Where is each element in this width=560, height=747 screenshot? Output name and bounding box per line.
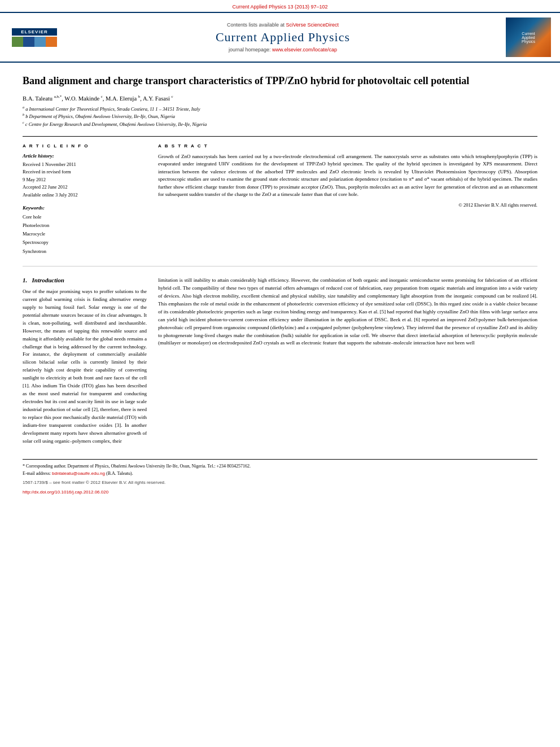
intro-para2: limitation is still inability to attain …: [158, 277, 537, 347]
abstract-col: A B S T R A C T Growth of ZnO nanocrysta…: [158, 143, 537, 256]
article-title: Band alignment and charge transport char…: [23, 74, 537, 88]
stripe-green: [12, 37, 23, 47]
doi-line: http://dx.doi.org/10.1016/j.cap.2012.06.…: [23, 489, 537, 496]
sciverse-link[interactable]: SciVerse ScienceDirect: [286, 22, 339, 28]
affil-a: a a International Center for Theoretical…: [23, 105, 537, 113]
footnote-email-label: E-mail address:: [23, 471, 52, 476]
copyright: © 2012 Elsevier B.V. All rights reserved…: [158, 202, 537, 208]
footnote-email-line: E-mail address: bdntaleatu@oauife.edu.ng…: [23, 470, 537, 478]
section-divider: [23, 266, 537, 267]
history-revised-label: Received in revised form: [23, 168, 147, 176]
right-journal-logo: Current Applied Physics: [506, 18, 551, 57]
right-logo-line3: Physics: [522, 40, 535, 43]
intro-heading-text: Introduction: [32, 277, 64, 283]
footnote-email[interactable]: bdntaleatu@oauife.edu.ng: [52, 471, 105, 476]
journal-center: Contents lists available at SciVerse Sci…: [60, 22, 506, 53]
article-info-abstract: A R T I C L E I N F O Article history: R…: [23, 143, 537, 256]
affiliations: a a International Center for Theoretical…: [23, 105, 537, 128]
abstract-label: A B S T R A C T: [158, 143, 537, 148]
body-right: limitation is still inability to attain …: [158, 277, 537, 450]
kw-3: Spectroscopy: [23, 238, 147, 247]
homepage-text: journal homepage:: [229, 47, 272, 53]
history-revised-date: 9 May 2012: [23, 176, 147, 184]
keywords-section: Keywords: Core hole Photoelectron Macroc…: [23, 205, 147, 256]
kw-0: Core hole: [23, 213, 147, 221]
history-accepted: Accepted 22 June 2012: [23, 184, 147, 191]
history-title: Article history:: [23, 153, 147, 159]
authors: B.A. Taleatu a,b,*, W.O. Makinde c, M.A.…: [23, 94, 537, 102]
abstract-text: Growth of ZnO nanocrystals has been carr…: [158, 153, 537, 199]
affil-c: c c Centre for Energy Research and Devel…: [23, 120, 537, 128]
homepage-link[interactable]: www.elsevier.com/locate/cap: [272, 47, 337, 53]
article-info-col: A R T I C L E I N F O Article history: R…: [23, 143, 147, 256]
doi-link[interactable]: http://dx.doi.org/10.1016/j.cap.2012.06.…: [23, 490, 108, 495]
stripe-blue: [23, 37, 34, 47]
issn-text: 1567-1739/$ – see front matter © 2012 El…: [23, 480, 165, 485]
kw-4: Synchrotron: [23, 247, 147, 256]
footnote-email-suffix: (B.A. Taleatu).: [106, 471, 133, 476]
article-info-label: A R T I C L E I N F O: [23, 143, 147, 148]
elsevier-stripe: [12, 37, 57, 47]
right-logo-line2: Applied: [522, 36, 535, 40]
elsevier-label: ELSEVIER: [12, 28, 57, 36]
body-section: 1. Introduction One of the major promisi…: [23, 277, 537, 450]
citation-top: Current Applied Physics 13 (2013) 97–102: [232, 4, 327, 10]
journal-homepage: journal homepage: www.elsevier.com/locat…: [60, 47, 506, 53]
elsevier-logo: ELSEVIER: [9, 28, 60, 47]
intro-para1: One of the major promising ways to proff…: [23, 288, 147, 445]
intro-number: 1.: [23, 277, 27, 283]
footnote-star: * Corresponding author. Department of Ph…: [23, 463, 537, 470]
right-logo-line1: Current: [522, 32, 535, 36]
kw-1: Photoelectron: [23, 221, 147, 230]
stripe-orange: [46, 37, 57, 47]
sciverse-text: Contents lists available at: [227, 22, 286, 28]
paper-content: Band alignment and charge transport char…: [0, 63, 560, 508]
kw-2: Macrocycle: [23, 230, 147, 238]
body-left: 1. Introduction One of the major promisi…: [23, 277, 147, 450]
footnote-area: * Corresponding author. Department of Ph…: [23, 459, 537, 496]
keywords-label: Keywords:: [23, 205, 147, 211]
sciverse-line: Contents lists available at SciVerse Sci…: [60, 22, 506, 28]
journal-title: Current Applied Physics: [60, 30, 506, 45]
intro-heading: 1. Introduction: [23, 277, 147, 283]
affil-b: b b Department of Physics, Obafemi Awolo…: [23, 112, 537, 120]
history-received: Received 1 November 2011: [23, 161, 147, 169]
divider-1: [23, 136, 537, 137]
stripe-lightblue: [34, 37, 46, 47]
article-history: Article history: Received 1 November 201…: [23, 153, 147, 199]
journal-banner: ELSEVIER Contents lists available at Sci…: [0, 13, 560, 63]
history-online: Available online 3 July 2012: [23, 191, 147, 199]
journal-header: Current Applied Physics 13 (2013) 97–102: [0, 0, 560, 13]
issn-line: 1567-1739/$ – see front matter © 2012 El…: [23, 479, 537, 487]
